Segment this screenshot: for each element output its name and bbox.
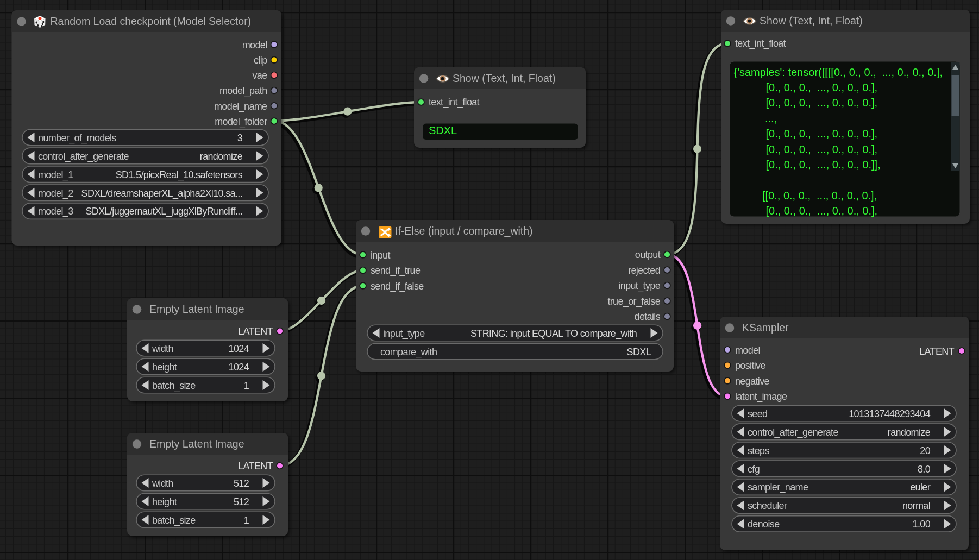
svg-text:Show (Text, Int, Float): Show (Text, Int, Float)	[760, 15, 863, 27]
svg-text:control_after_generate: control_after_generate	[748, 427, 838, 438]
svg-text:negative: negative	[735, 376, 769, 387]
svg-text:SDXL/juggernautXL_juggXlByRund: SDXL/juggernautXL_juggXlByRundiff...	[86, 206, 242, 217]
svg-text:denoise: denoise	[748, 519, 780, 530]
svg-text:[0., 0., 0., ..., 0., 0., 0.]: [0., 0., 0., ..., 0., 0., 0.],	[766, 81, 878, 93]
svg-text:model_3: model_3	[38, 206, 73, 217]
svg-text:normal: normal	[902, 500, 930, 511]
svg-text:text_int_float: text_int_float	[735, 38, 786, 49]
svg-text:model_1: model_1	[38, 169, 73, 181]
svg-text:3: 3	[237, 133, 243, 143]
svg-text:positive: positive	[735, 360, 765, 371]
svg-text:details: details	[635, 311, 661, 322]
svg-text:randomize: randomize	[888, 427, 931, 438]
svg-text:height: height	[152, 362, 177, 373]
svg-text:width: width	[152, 478, 173, 489]
svg-text:512: 512	[234, 478, 249, 489]
svg-text:SD1.5/picxReal_10.safetensors: SD1.5/picxReal_10.safetensors	[116, 169, 243, 181]
svg-text:model_name: model_name	[214, 101, 267, 112]
svg-text:1013137448293404: 1013137448293404	[849, 408, 930, 419]
svg-text:output: output	[635, 249, 661, 260]
svg-text:{'samples': tensor([[[[0., 0.,: {'samples': tensor([[[[0., 0., 0., ..., …	[734, 66, 943, 78]
svg-text:1024: 1024	[229, 362, 249, 373]
svg-text:model: model	[735, 345, 760, 356]
svg-text:8.0: 8.0	[918, 464, 931, 475]
svg-text:1.00: 1.00	[913, 519, 931, 530]
svg-text:SDXL: SDXL	[627, 347, 651, 357]
svg-text:[[0., 0., 0., ..., 0., 0., 0.: [[0., 0., 0., ..., 0., 0., 0.],	[762, 190, 877, 202]
svg-text:rejected: rejected	[628, 265, 660, 276]
svg-text:steps: steps	[748, 445, 769, 456]
svg-text:number_of_models: number_of_models	[38, 133, 116, 144]
svg-text:sampler_name: sampler_name	[748, 482, 808, 493]
svg-text:[0., 0., 0., ..., 0., 0., 0.]: [0., 0., 0., ..., 0., 0., 0.]],	[766, 159, 881, 171]
svg-text:euler: euler	[910, 482, 930, 493]
svg-text:SDXL/dreamshaperXL_alpha2Xl10.: SDXL/dreamshaperXL_alpha2Xl10.sa...	[81, 188, 242, 199]
svg-text:1024: 1024	[229, 343, 249, 354]
svg-text:Random Load checkpoint (Model: Random Load checkpoint (Model Selector)	[51, 15, 252, 27]
svg-text:scheduler: scheduler	[748, 500, 787, 511]
svg-text:STRING: input EQUAL TO compare: STRING: input EQUAL TO compare_with	[470, 328, 637, 339]
svg-text:Show (Text, Int, Float): Show (Text, Int, Float)	[453, 72, 556, 84]
svg-text:control_after_generate: control_after_generate	[38, 151, 129, 162]
svg-text:seed: seed	[748, 408, 767, 419]
svg-text:height: height	[152, 496, 177, 507]
svg-text:...,: ...,	[765, 112, 777, 124]
svg-text:[0., 0., 0., ..., 0., 0., 0.]: [0., 0., 0., ..., 0., 0., 0.],	[766, 128, 878, 140]
svg-text:model_path: model_path	[219, 85, 267, 97]
svg-text:model: model	[242, 40, 267, 51]
svg-text:input_type: input_type	[618, 280, 660, 292]
svg-text:compare_with: compare_with	[380, 347, 437, 358]
svg-text:KSampler: KSampler	[742, 322, 789, 334]
svg-text:1: 1	[244, 515, 249, 526]
svg-text:If-Else (input / compare_with): If-Else (input / compare_with)	[395, 225, 533, 237]
svg-text:[0., 0., 0., ..., 0., 0., 0.]: [0., 0., 0., ..., 0., 0., 0.],	[766, 205, 878, 217]
svg-text:randomize: randomize	[200, 151, 243, 162]
svg-text:Empty Latent Image: Empty Latent Image	[149, 303, 244, 315]
svg-text:1: 1	[244, 380, 249, 391]
svg-text:send_if_false: send_if_false	[371, 281, 424, 292]
svg-text:[0., 0., 0., ..., 0., 0., 0.]: [0., 0., 0., ..., 0., 0., 0.],	[766, 97, 878, 109]
svg-text:LATENT: LATENT	[238, 461, 273, 471]
svg-text:true_or_false: true_or_false	[607, 296, 660, 307]
svg-text:LATENT: LATENT	[238, 326, 273, 337]
svg-text:width: width	[152, 343, 173, 354]
svg-text:input: input	[371, 250, 390, 261]
svg-text:vae: vae	[252, 70, 267, 81]
svg-text:model_folder: model_folder	[215, 116, 267, 128]
svg-text:model_2: model_2	[38, 188, 73, 199]
svg-text:input_type: input_type	[383, 328, 425, 339]
svg-text:batch_size: batch_size	[152, 380, 196, 392]
svg-text:batch_size: batch_size	[152, 515, 196, 526]
svg-text:Empty Latent Image: Empty Latent Image	[149, 438, 244, 450]
svg-text:cfg: cfg	[748, 464, 760, 475]
svg-text:512: 512	[234, 496, 249, 507]
svg-text:send_if_true: send_if_true	[371, 265, 421, 276]
svg-text:text_int_float: text_int_float	[429, 97, 480, 108]
svg-text:SDXL: SDXL	[429, 124, 457, 136]
svg-text:latent_image: latent_image	[735, 391, 787, 402]
svg-text:[0., 0., 0., ..., 0., 0., 0.]: [0., 0., 0., ..., 0., 0., 0.],	[766, 143, 878, 155]
svg-text:clip: clip	[254, 55, 267, 66]
svg-text:20: 20	[920, 445, 930, 456]
svg-text:LATENT: LATENT	[919, 346, 954, 357]
